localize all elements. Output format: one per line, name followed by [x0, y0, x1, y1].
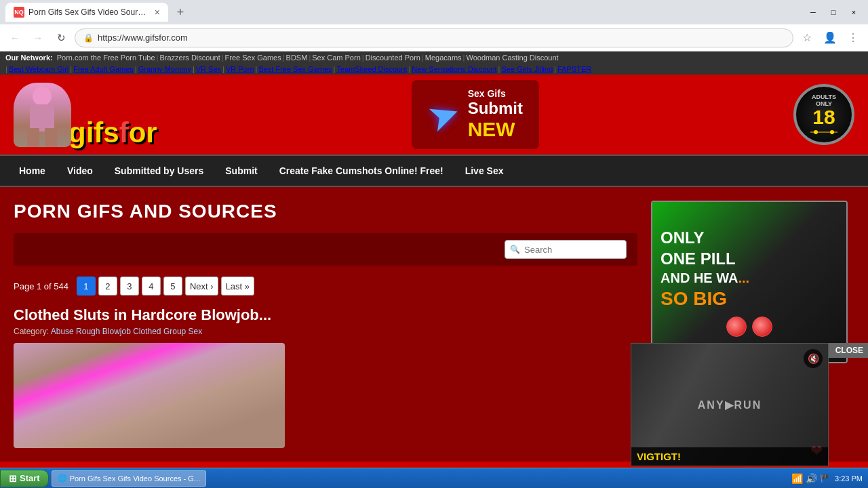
network-link-vrporn[interactable]: VR Porn: [226, 65, 254, 73]
ad-pills: [726, 317, 772, 337]
flag-icon: 🏴: [820, 474, 829, 483]
network-link-sexcamporn[interactable]: Sex Cam Porn: [312, 54, 361, 62]
content-area: PORN GIFS AND SOURCES 🔍 Page 1 of 544 1 …: [14, 201, 637, 448]
start-button[interactable]: ⊞ Start: [0, 470, 49, 487]
site-logo: gifsfor: [14, 83, 157, 147]
arrow-icon: ➤: [421, 88, 466, 140]
close-button[interactable]: ×: [845, 5, 863, 19]
category-link-rough[interactable]: Rough: [76, 327, 100, 336]
site-nav: Home Video Submitted by Users Submit Cre…: [0, 155, 868, 187]
network-link-grannymommy[interactable]: Granny Mommy: [138, 65, 191, 73]
network-link-vrsex[interactable]: VR Sex: [196, 65, 221, 73]
taskbar-items: 🌐 Porn Gifs Sex Gifs Video Sources - G..…: [49, 470, 786, 487]
minimize-button[interactable]: ─: [804, 5, 822, 19]
forward-button[interactable]: →: [28, 28, 47, 47]
nav-item-video[interactable]: Video: [56, 156, 104, 186]
adults-only-badge: ADULTS ONLY 18: [793, 84, 854, 145]
nav-item-submit[interactable]: Submit: [214, 156, 268, 186]
window-controls: ─ □ ×: [804, 5, 863, 19]
taskbar-item-icon: 🌐: [58, 474, 67, 483]
post-category: Category: Abuse Rough Blowjob Clothed Gr…: [14, 327, 637, 336]
pill-icon-1: [726, 317, 747, 337]
browser-tab[interactable]: NQ Porn Gifs Sex Gifs Video Sources - G.…: [5, 3, 168, 22]
network-link-megacams[interactable]: Megacams: [425, 54, 462, 62]
logo-text: gifsfor: [68, 119, 157, 147]
network-link-porncom[interactable]: Porn.com the Free Porn Tube: [57, 54, 155, 62]
network-link-freeadultgames[interactable]: Free Adult Games: [73, 65, 134, 73]
network-bar-row2: | Best Webcam Girl | Free Adult Games | …: [0, 64, 868, 75]
post-title[interactable]: Clothed Sluts in Hardcore Blowjob...: [14, 306, 637, 324]
network-link-teamskeed[interactable]: TeamSkeed Discount: [336, 65, 407, 73]
nav-item-home[interactable]: Home: [8, 156, 56, 186]
windows-icon: ⊞: [9, 473, 17, 484]
nav-item-submitted[interactable]: Submitted by Users: [104, 156, 214, 186]
page-title: PORN GIFS AND SOURCES: [14, 201, 637, 222]
maximize-button[interactable]: □: [825, 5, 842, 19]
network-link-fapster[interactable]: FAPSTER: [557, 65, 591, 73]
page-button-2[interactable]: 2: [98, 277, 117, 296]
network-link-discountedporn[interactable]: Discounted Porn: [366, 54, 420, 62]
ad-text: ONLY ONE PILL AND HE WA... SO BIG: [660, 227, 838, 312]
video-close-button[interactable]: CLOSE: [829, 343, 868, 358]
video-overlay: CLOSE 🔇 ❤ VIGTIGT! ANY▶RUN: [631, 343, 829, 466]
nav-item-livesex[interactable]: Live Sex: [454, 156, 515, 186]
network-link-freesexgames[interactable]: Free Sex Games: [225, 54, 281, 62]
category-link-abuse[interactable]: Abuse: [51, 327, 74, 336]
url-text: https://www.gifsfor.com: [98, 33, 188, 43]
nav-bar: ← → ↻ 🔒 https://www.gifsfor.com ☆ 👤 ⋮: [0, 24, 868, 52]
taskbar: ⊞ Start 🌐 Porn Gifs Sex Gifs Video Sourc…: [0, 468, 868, 488]
browser-chrome: NQ Porn Gifs Sex Gifs Video Sources - G.…: [0, 0, 868, 52]
page-button-4[interactable]: 4: [142, 277, 161, 296]
reload-button[interactable]: ↻: [52, 28, 71, 47]
network-label: Our Network:: [5, 54, 53, 62]
site-header: gifsfor ➤ Sex Gifs Submit NEW ADULTS ONL…: [0, 75, 868, 155]
last-page-button[interactable]: Last »: [221, 277, 254, 296]
profile-button[interactable]: 👤: [821, 28, 840, 47]
tab-title: Porn Gifs Sex Gifs Video Sources - G...: [28, 7, 149, 17]
lock-icon: 🔒: [83, 33, 94, 43]
network-link-woodman[interactable]: Woodman Casting Discount: [466, 54, 558, 62]
back-button[interactable]: ←: [5, 28, 24, 47]
pill-icon-2: [752, 317, 772, 337]
sidebar-ad[interactable]: ONLY ONE PILL AND HE WA... SO BIG: [651, 201, 848, 363]
network-link-bestfreesexgames[interactable]: Best Free Sex Games: [258, 65, 332, 73]
video-inner: 🔇 ❤ VIGTIGT! ANY▶RUN: [631, 344, 828, 466]
nav-item-create[interactable]: Create Fake Cumshots Online! Free!: [269, 156, 454, 186]
video-brand-text: ANY▶RUN: [698, 399, 762, 411]
page-button-1[interactable]: 1: [77, 277, 96, 296]
category-link-blowjob[interactable]: Blowjob: [102, 327, 131, 336]
mute-button[interactable]: 🔇: [804, 349, 823, 368]
search-box-wrap: 🔍: [505, 240, 627, 259]
network-link-seegirls[interactable]: See Girls Jilling: [501, 65, 553, 73]
taskbar-item-label: Porn Gifs Sex Gifs Video Sources - G...: [70, 474, 200, 483]
taskbar-item-browser[interactable]: 🌐 Porn Gifs Sex Gifs Video Sources - G..…: [52, 470, 206, 487]
network-link-bestwebcam[interactable]: Best Webcam Girl: [9, 65, 68, 73]
page-button-3[interactable]: 3: [120, 277, 139, 296]
pagination: Page 1 of 544 1 2 3 4 5 Next › Last »: [14, 277, 637, 296]
start-label: Start: [20, 473, 40, 483]
svg-point-1: [830, 130, 834, 134]
search-bar: 🔍: [14, 233, 637, 266]
post-image[interactable]: [14, 343, 285, 448]
network-link-newsensations[interactable]: New Sensations Discount: [412, 65, 496, 73]
page-info: Page 1 of 544: [14, 281, 68, 291]
new-tab-button[interactable]: +: [171, 3, 190, 22]
network-tray-icon: 📶: [791, 473, 803, 484]
network-link-bdsm[interactable]: BDSM: [286, 54, 308, 62]
menu-button[interactable]: ⋮: [844, 28, 863, 47]
category-link-group[interactable]: Group: [163, 327, 186, 336]
search-input[interactable]: [505, 240, 627, 259]
address-bar[interactable]: 🔒 https://www.gifsfor.com: [75, 28, 793, 47]
category-link-clothed[interactable]: Clothed: [133, 327, 161, 336]
submit-banner: ➤ Sex Gifs Submit NEW: [412, 80, 539, 149]
network-link-brazzers[interactable]: Brazzers Discount: [159, 54, 220, 62]
bookmark-button[interactable]: ☆: [797, 28, 816, 47]
tab-close-button[interactable]: ×: [155, 7, 160, 18]
category-link-sex[interactable]: Sex: [189, 327, 203, 336]
tab-favicon: NQ: [14, 7, 24, 18]
next-page-button[interactable]: Next ›: [185, 277, 218, 296]
network-bar-row1: Our Network: Porn.com the Free Porn Tube…: [0, 52, 868, 64]
logo-girl-figure: [14, 83, 71, 147]
taskbar-right: 📶 🔊 🏴 3:23 PM: [786, 473, 868, 484]
page-button-5[interactable]: 5: [163, 277, 182, 296]
